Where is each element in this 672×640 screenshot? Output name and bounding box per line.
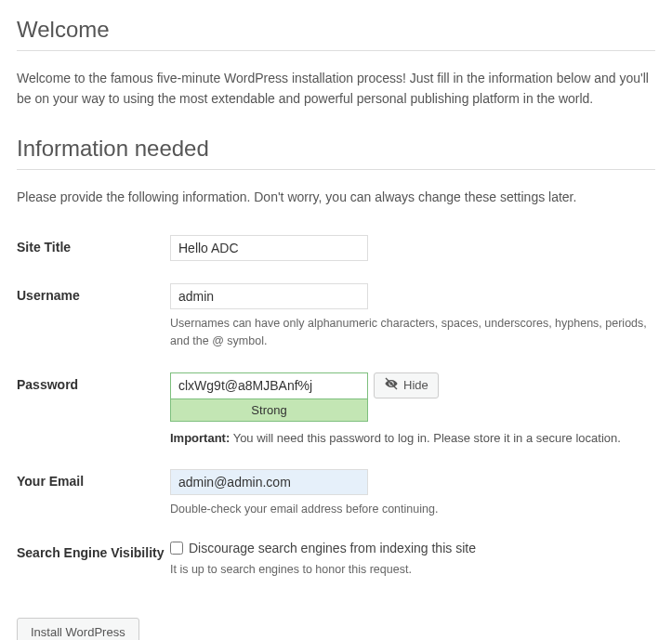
username-label: Username	[17, 283, 170, 303]
site-title-label: Site Title	[17, 235, 170, 255]
eye-slash-icon	[384, 376, 399, 394]
install-wordpress-button[interactable]: Install WordPress	[17, 618, 139, 640]
email-hint: Double-check your email address before c…	[170, 501, 655, 518]
password-input[interactable]	[170, 372, 368, 398]
password-label: Password	[17, 372, 170, 392]
password-important: Important: You will need this password t…	[170, 429, 655, 448]
welcome-intro: Welcome to the famous five-minute WordPr…	[17, 68, 655, 110]
username-input[interactable]	[170, 283, 368, 309]
email-label: Your Email	[17, 469, 170, 489]
username-hint: Usernames can have only alphanumeric cha…	[170, 315, 655, 350]
info-needed-heading: Information needed	[17, 136, 655, 170]
site-title-input[interactable]	[170, 235, 368, 261]
visibility-hint: It is up to search engines to honor this…	[170, 561, 655, 579]
info-desc: Please provide the following information…	[17, 187, 655, 207]
email-input[interactable]	[170, 469, 368, 495]
hide-button-label: Hide	[403, 378, 428, 392]
welcome-heading: Welcome	[17, 17, 655, 51]
visibility-checkbox[interactable]	[170, 542, 183, 555]
hide-password-button[interactable]: Hide	[374, 372, 439, 398]
visibility-checkbox-label: Discourage search engines from indexing …	[189, 541, 476, 555]
password-strength: Strong	[170, 398, 368, 422]
visibility-label: Search Engine Visibility	[17, 541, 170, 560]
